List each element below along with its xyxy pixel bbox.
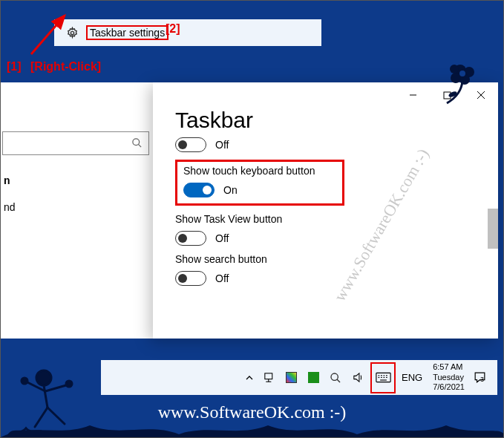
scrollbar[interactable] [488,209,498,249]
minimize-button[interactable] [396,83,430,107]
toggle-state: On [223,184,238,196]
toggle-state: Off [215,139,229,151]
clock[interactable]: 6:57 AM Tuesday 7/6/2021 [427,362,471,393]
tray-overflow-icon[interactable] [241,363,258,393]
taskbar-settings-item[interactable]: Taskbar settings [86,25,168,40]
settings-back-panel: n nd [1,82,153,339]
highlight-touch-keyboard: Show touch keyboard button On [175,160,344,206]
annotation-right-click: [Right-Click] [30,60,101,73]
language-indicator[interactable]: ENG [397,372,427,383]
notification-count: 3 [480,376,484,383]
toggle-search[interactable] [175,271,206,286]
svg-rect-8 [264,373,272,379]
svg-point-27 [450,65,459,73]
svg-line-35 [45,385,66,391]
annotation-2: [2] [166,22,180,36]
context-menu: Taskbar settings [54,19,321,46]
setting-label: Show touch keyboard button [183,165,336,177]
svg-point-36 [22,378,27,384]
nav-item[interactable]: n [2,167,153,194]
svg-line-12 [337,379,340,382]
touch-keyboard-icon[interactable] [372,363,394,393]
svg-point-28 [459,71,465,76]
clock-date: 7/6/2021 [433,382,465,393]
setting-label: Show search button [175,253,476,265]
svg-point-11 [331,373,338,380]
toggle-touch-keyboard[interactable] [183,183,215,197]
toggle-previous[interactable] [175,137,206,152]
clock-time: 6:57 AM [433,362,465,373]
gear-icon [66,27,79,39]
toggle-task-view[interactable] [175,231,206,246]
tray-app-icon[interactable] [280,363,302,393]
toggle-state: Off [215,272,229,284]
clock-day: Tuesday [433,373,465,383]
svg-line-3 [138,144,141,147]
settings-window: Taskbar Off Show touch keyboard button O… [153,82,498,339]
setting-label: Show Task View button [175,213,476,225]
svg-point-30 [36,370,51,385]
network-icon[interactable] [258,363,280,393]
highlight-touch-keyboard-tray [370,362,396,393]
search-icon [131,137,143,151]
svg-point-26 [451,73,461,83]
search-input[interactable] [2,131,149,155]
decorative-figure [7,356,111,437]
footer-text: www.SoftwareOK.com :-) [1,402,503,422]
volume-icon[interactable] [347,363,369,393]
svg-point-0 [71,31,73,34]
page-title: Taskbar [175,108,476,133]
svg-point-37 [66,381,72,387]
search-icon[interactable] [324,363,347,393]
decorative-flower [426,57,485,109]
annotation-1: [1] [7,60,22,73]
svg-point-2 [133,139,140,146]
action-center-icon[interactable]: 3 [471,363,493,393]
toggle-state: Off [215,232,229,244]
taskbar: ENG 6:57 AM Tuesday 7/6/2021 3 [101,360,497,395]
tray-app-icon[interactable] [302,363,324,393]
nav-item[interactable]: nd [2,194,153,220]
